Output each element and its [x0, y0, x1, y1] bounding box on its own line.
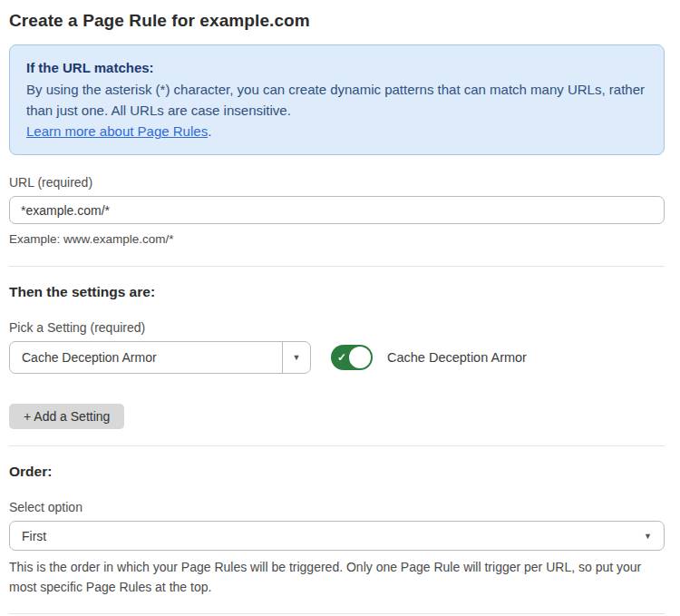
- info-box-link-line: Learn more about Page Rules.: [26, 121, 647, 142]
- chevron-down-icon: ▼: [644, 532, 652, 540]
- toggle-knob: [349, 347, 371, 368]
- setting-select[interactable]: Cache Deception Armor ▼: [9, 341, 311, 374]
- settings-section-heading: Then the settings are:: [9, 284, 665, 300]
- setting-toggle-label: Cache Deception Armor: [387, 350, 527, 365]
- setting-picker-label: Pick a Setting (required): [9, 320, 665, 335]
- chevron-down-icon: ▼: [293, 354, 301, 362]
- order-select-label: Select option: [9, 500, 665, 514]
- setting-select-arrow-button[interactable]: ▼: [282, 342, 310, 373]
- divider: [9, 445, 665, 446]
- divider: [9, 613, 665, 614]
- order-select-value: First: [10, 522, 664, 550]
- url-field-label: URL (required): [9, 175, 665, 190]
- setting-toggle-group: ✓ Cache Deception Armor: [331, 345, 527, 370]
- url-input[interactable]: [9, 196, 665, 224]
- order-section-heading: Order:: [9, 464, 665, 480]
- order-helper-text: This is the order in which your Page Rul…: [9, 557, 665, 597]
- url-match-info-box: If the URL matches: By using the asteris…: [9, 44, 665, 155]
- divider: [9, 266, 665, 267]
- page-title: Create a Page Rule for example.com: [9, 11, 665, 31]
- url-example-helper: Example: www.example.com/*: [9, 230, 665, 249]
- order-select[interactable]: First ▼: [9, 521, 665, 551]
- info-box-body: By using the asterisk (*) character, you…: [26, 79, 647, 121]
- learn-more-link[interactable]: Learn more about Page Rules: [26, 123, 208, 139]
- info-box-heading: If the URL matches:: [26, 57, 647, 78]
- link-suffix: .: [208, 123, 211, 139]
- add-setting-button[interactable]: + Add a Setting: [9, 404, 124, 429]
- setting-toggle[interactable]: ✓: [331, 345, 373, 370]
- setting-row: Cache Deception Armor ▼ ✓ Cache Deceptio…: [9, 341, 665, 374]
- check-icon: ✓: [337, 352, 346, 363]
- setting-select-value: Cache Deception Armor: [10, 342, 282, 373]
